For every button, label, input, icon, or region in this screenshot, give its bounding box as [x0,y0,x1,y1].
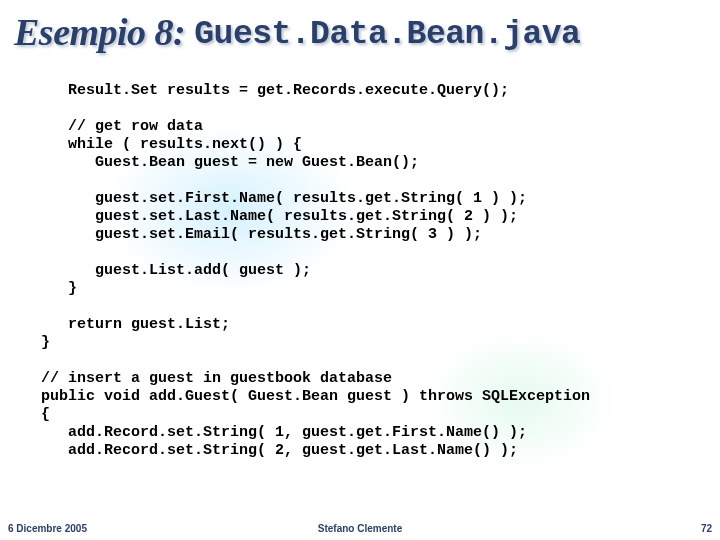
title-filename: Guest.Data.Bean.java [194,16,580,53]
footer-author: Stefano Clemente [0,523,720,534]
slide-title: Esempio 8: Guest.Data.Bean.java [14,10,580,54]
footer-page: 72 [701,523,712,534]
footer: 6 Dicembre 2005 Stefano Clemente 72 [0,516,720,534]
title-prefix: Esempio 8: [14,11,194,53]
code-block: Result.Set results = get.Records.execute… [32,82,702,460]
